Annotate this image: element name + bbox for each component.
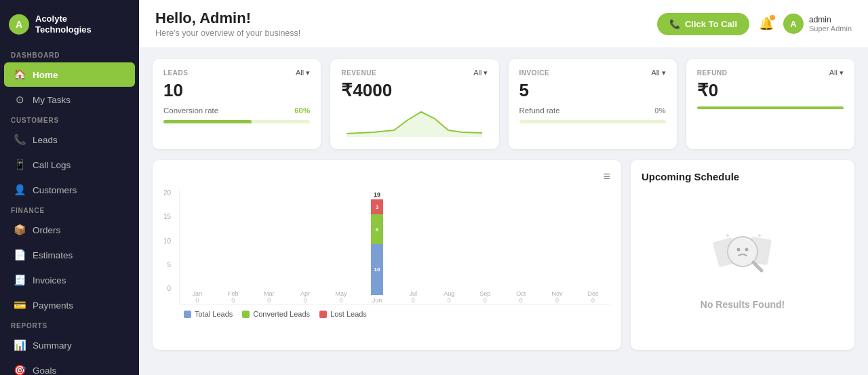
bar-zero-label: 0 [267, 297, 271, 304]
stat-label-revenue: REVENUE [341, 69, 376, 77]
stat-footer-invoice: Refund rate 0% [519, 106, 666, 115]
bar-month-label: Jul [409, 290, 417, 297]
bar-group-mar: Mar0 [252, 189, 286, 304]
bar-group-aug: Aug0 [432, 189, 467, 304]
sidebar-logo-text: Acolyte Technologies [35, 14, 92, 35]
bar-zero-label: 0 [339, 297, 342, 304]
stat-filter-refund[interactable]: All ▾ [829, 68, 844, 77]
sidebar-icon-summary: 📊 [14, 339, 26, 351]
sidebar-item-leads[interactable]: 📞 Leads [4, 127, 135, 152]
stat-card-top-revenue: REVENUE All ▾ [341, 68, 488, 77]
sidebar-item-goals[interactable]: 🎯 Goals [4, 358, 135, 375]
sidebar-item-summary[interactable]: 📊 Summary [4, 333, 135, 357]
sidebar-label-estimates: Estimates [33, 250, 73, 260]
bar-empty [551, 287, 563, 288]
sidebar-logo: A Acolyte Technologies [0, 7, 139, 47]
sidebar-icon-customers: 👤 [14, 184, 26, 196]
sidebar: A Acolyte Technologies DASHBOARD 🏠 Home … [0, 0, 139, 375]
stat-filter-invoice[interactable]: All ▾ [651, 68, 665, 77]
bar-empty [443, 287, 455, 288]
sidebar-item-invoices[interactable]: 🧾 Invoices [4, 268, 135, 292]
chart-header: ≡ [163, 170, 610, 184]
acolyte-logo-icon: A [8, 14, 30, 35]
schedule-card: Upcoming Schedule [631, 160, 854, 350]
stat-label-leads: LEADS [163, 69, 188, 77]
stat-bar-bg [519, 120, 666, 123]
bar-zero-label: 0 [519, 297, 523, 304]
sidebar-icon-orders: 📦 [14, 224, 26, 236]
stat-card-top-invoice: INVOICE All ▾ [519, 68, 666, 77]
sidebar-item-orders[interactable]: 📦 Orders [4, 218, 135, 242]
sidebar-icon-home: 🏠 [14, 68, 26, 81]
bar-month-label: Dec [588, 290, 599, 297]
bar-month-label: Aug [443, 290, 454, 297]
sidebar-item-estimates[interactable]: 📄 Estimates [4, 243, 135, 267]
bar-zero-label: 0 [195, 297, 199, 304]
legend-item: Total Leads [184, 310, 233, 318]
sidebar-label-customers: Customers [33, 185, 77, 195]
sidebar-label-goals: Goals [33, 366, 56, 376]
stat-filter-leads[interactable]: All ▾ [296, 68, 310, 77]
stat-label-refund: REFUND [697, 69, 728, 77]
sidebar-icon-goals: 🎯 [14, 364, 26, 375]
chart-menu-icon[interactable]: ≡ [603, 170, 610, 184]
sidebar-section-label-finance: FINANCE [0, 203, 139, 217]
bar-group-feb: Feb0 [216, 189, 250, 304]
y-label: 15 [163, 213, 171, 220]
stat-value-invoice: 5 [519, 80, 666, 101]
mini-chart [341, 106, 488, 140]
bar-empty [263, 287, 275, 288]
bar-zero-label: 0 [303, 297, 307, 304]
stat-card-leads: LEADS All ▾ 10 Conversion rate 60% [153, 59, 321, 149]
header-right: 📞 Click To Call 🔔 A admin Super Admin [657, 13, 852, 35]
bar-month-label: Jun [372, 297, 382, 304]
stat-bar-fill [163, 120, 252, 123]
y-label: 20 [163, 189, 171, 197]
sidebar-item-customers[interactable]: 👤 Customers [4, 178, 135, 202]
bar-month-label: Nov [551, 290, 562, 297]
bar-converted: 6 [371, 214, 383, 244]
bar-group-may: May0 [323, 189, 358, 304]
chart-legend: Total Leads Converted Leads Lost Leads [184, 310, 610, 318]
stat-footer-label: Conversion rate [163, 106, 218, 115]
stat-filter-revenue[interactable]: All ▾ [473, 68, 488, 77]
sidebar-icon-call-logs: 📱 [14, 159, 26, 171]
legend-item: Converted Leads [242, 310, 310, 318]
bar-group-sep: Sep0 [468, 189, 502, 304]
sidebar-icon-payments: 💳 [14, 299, 26, 311]
bar-zero-label: 0 [555, 297, 559, 304]
bar-month-label: Sep [479, 290, 490, 297]
sidebar-label-my-tasks: My Tasks [33, 95, 71, 105]
bar-lost: 3 [371, 199, 383, 214]
sidebar-item-call-logs[interactable]: 📱 Call Logs [4, 153, 135, 177]
chart-content: 20151050Jan0Feb0Mar0Apr0May0193610JunJul… [163, 189, 610, 304]
legend-color [319, 311, 327, 318]
sidebar-label-leads: Leads [33, 135, 58, 145]
stat-footer-label: Refund rate [519, 106, 560, 115]
stat-card-invoice: INVOICE All ▾ 5 Refund rate 0% [509, 59, 677, 149]
bar-group-dec: Dec0 [576, 189, 610, 304]
bar-group-oct: Oct0 [504, 189, 538, 304]
sidebar-item-my-tasks[interactable]: ⊙ My Tasks [4, 87, 135, 112]
click-to-call-button[interactable]: 📞 Click To Call [657, 13, 749, 35]
admin-role: Super Admin [809, 24, 852, 33]
bar-month-label: May [335, 290, 347, 297]
sidebar-item-home[interactable]: 🏠 Home [4, 62, 135, 87]
notification-dot [770, 15, 775, 20]
sidebar-icon-invoices: 🧾 [14, 274, 26, 286]
sidebar-label-summary: Summary [33, 340, 72, 351]
sidebar-item-payments[interactable]: 💳 Payments [4, 293, 135, 317]
bar-base: 10 [371, 244, 383, 295]
svg-point-7 [745, 248, 749, 251]
sidebar-section-label-customers: CUSTOMERS [0, 113, 139, 127]
stat-footer-pct: 60% [294, 106, 310, 115]
bar-total-label: 19 [374, 191, 380, 198]
notifications-bell[interactable]: 🔔 [759, 16, 774, 31]
bar-chart: 20151050Jan0Feb0Mar0Apr0May0193610JunJul… [163, 189, 610, 318]
legend-label: Lost Leads [330, 310, 367, 318]
main-content-area: LEADS All ▾ 10 Conversion rate 60% REVEN… [139, 48, 868, 375]
bar-empty [227, 287, 239, 288]
stat-card-revenue: REVENUE All ▾ ₹4000 [330, 59, 498, 149]
page-greeting: Hello, Admin! [155, 9, 300, 27]
header-left: Hello, Admin! Here's your overview of yo… [155, 9, 300, 38]
